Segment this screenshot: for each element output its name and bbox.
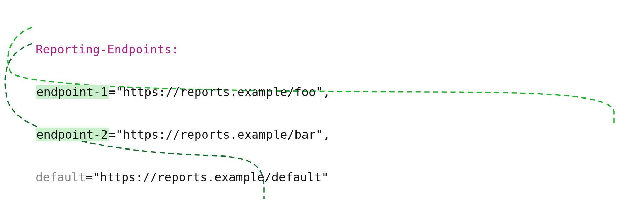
equals-sign: =: [109, 85, 116, 99]
separator: ,: [323, 128, 330, 141]
endpoint-key: endpoint-2: [36, 128, 109, 141]
endpoint-key-default: default: [36, 170, 86, 184]
endpoint-default-decl: default="https://reports.example/default…: [36, 170, 459, 187]
code-block: Reporting-Endpoints: endpoint-1="https:/…: [36, 3, 459, 218]
diagram-root: Reporting-Endpoints: endpoint-1="https:/…: [0, 0, 644, 218]
header-reporting-endpoints: Reporting-Endpoints:: [36, 43, 459, 59]
separator: ,: [323, 85, 330, 99]
endpoint-value: "https://reports.example/bar": [116, 128, 323, 141]
endpoint-1-decl: endpoint-1="https://reports.example/foo"…: [36, 85, 459, 101]
endpoint-2-decl: endpoint-2="https://reports.example/bar"…: [36, 128, 459, 144]
endpoint-key: endpoint-1: [36, 85, 109, 99]
endpoint-value: "https://reports.example/default": [93, 170, 329, 184]
header-name: Reporting-Endpoints:: [36, 42, 178, 56]
equals-sign: =: [86, 170, 93, 184]
equals-sign: =: [109, 128, 116, 141]
endpoint-value: "https://reports.example/foo": [116, 85, 323, 99]
